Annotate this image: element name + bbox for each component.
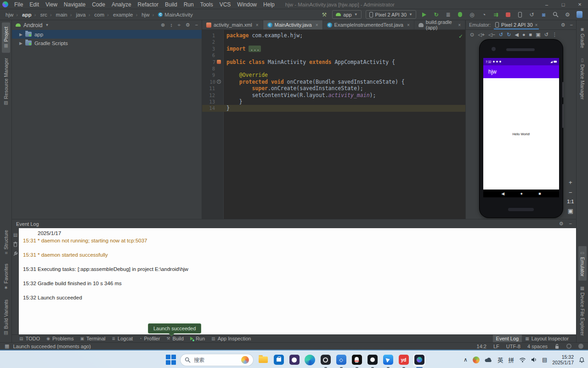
tool-window-button[interactable]: Event Log xyxy=(493,335,522,342)
tool-window-button[interactable]: Run xyxy=(187,335,208,342)
code-line[interactable]: 12 setContentView(R.layout.activity_main… xyxy=(202,92,465,98)
ime-pinyin-indicator[interactable]: 拼 xyxy=(508,356,514,364)
close-tab-icon[interactable]: × xyxy=(256,23,259,28)
clear-log-icon[interactable] xyxy=(13,242,18,247)
breadcrumb-item[interactable]: hjw xyxy=(5,12,14,17)
tray-chevron-up-icon[interactable]: ∧ xyxy=(464,356,468,363)
file-encoding[interactable]: UTF-8 xyxy=(506,344,520,349)
code-area[interactable]: 1package com.example.hjw;23import ...67p… xyxy=(202,30,465,219)
rerun-icon[interactable]: ⇉ xyxy=(492,11,500,18)
rotate-right-icon[interactable]: ↻ xyxy=(507,32,511,38)
notifications-icon[interactable] xyxy=(578,344,583,349)
overview-icon[interactable]: ■ xyxy=(529,32,532,37)
code-line[interactable]: 6 xyxy=(202,52,465,58)
qq-icon[interactable] xyxy=(351,354,363,366)
emulator-settings-icon[interactable]: ⚙ xyxy=(561,22,565,28)
volume-up-icon[interactable]: ◁+ xyxy=(478,32,485,38)
snapshots-icon[interactable]: ↺ xyxy=(544,32,548,38)
code-line[interactable]: 14} xyxy=(202,105,465,111)
breadcrumb-item[interactable]: com xyxy=(86,12,105,17)
edge-browser-icon[interactable] xyxy=(304,354,316,366)
menu-item[interactable]: Tools xyxy=(197,1,216,8)
tool-stripe-tab[interactable]: ★ Favorites xyxy=(2,259,10,294)
code-line[interactable]: 11 super.onCreate(savedInstanceState); xyxy=(202,85,465,92)
cloud-sync-icon[interactable] xyxy=(485,357,492,362)
breadcrumb-item[interactable]: main xyxy=(48,12,68,17)
microsoft-store-icon[interactable] xyxy=(272,354,285,366)
breadcrumb-item[interactable]: MainActivity xyxy=(150,12,193,17)
close-tab-icon[interactable]: × xyxy=(458,23,461,28)
log-settings-wrench-icon[interactable] xyxy=(13,251,18,256)
editor-tab[interactable]: MainActivity.java × xyxy=(263,20,323,29)
tool-window-button[interactable]: Build xyxy=(163,335,187,342)
zoom-out-button[interactable]: − xyxy=(569,189,572,196)
volume-icon[interactable] xyxy=(531,357,537,362)
expand-collapse-icon[interactable]: ↕ xyxy=(170,22,173,28)
code-line[interactable]: 13 } xyxy=(202,98,465,105)
caret-position[interactable]: 14:2 xyxy=(477,344,486,349)
editor-tab[interactable]: build.gradle (app) × xyxy=(414,20,465,29)
settings-gear-icon[interactable]: ⚙ xyxy=(564,11,571,18)
breadcrumb-item[interactable]: src xyxy=(33,12,48,17)
taskbar-clock[interactable]: 15:32 2025/1/17 xyxy=(552,354,574,365)
fit-screen-button[interactable]: ▣ xyxy=(568,207,573,214)
build-hammer-icon[interactable]: ⚒ xyxy=(320,11,328,18)
power-icon[interactable]: ⊙ xyxy=(470,32,474,38)
panel-settings-icon[interactable]: ⚙ xyxy=(186,22,190,28)
breadcrumb-item[interactable]: hjw xyxy=(134,12,150,17)
soft-wrap-icon[interactable]: ▤ xyxy=(13,232,17,237)
tool-stripe-tab[interactable]: ≡ Structure xyxy=(2,226,10,258)
search-everywhere-icon[interactable] xyxy=(552,11,560,18)
thunder-app-icon[interactable] xyxy=(382,354,394,366)
collapse-all-icon[interactable]: ÷ xyxy=(178,22,181,28)
code-line[interactable]: 3import ... xyxy=(202,46,465,52)
tool-stripe-tab[interactable]: ▭ Emulator xyxy=(578,246,587,281)
menu-item[interactable]: Refactor xyxy=(135,1,162,8)
device-select[interactable]: Pixel 2 API 30▼ xyxy=(366,10,416,19)
emulator-device-tab[interactable]: Pixel 2 API 30 × xyxy=(494,20,539,29)
breadcrumb-item[interactable]: example xyxy=(105,12,134,17)
code-line[interactable]: 1package com.example.hjw; xyxy=(202,32,465,39)
locate-file-icon[interactable]: ⊕ xyxy=(161,22,165,28)
volume-down-icon[interactable]: ◁− xyxy=(488,32,495,38)
run-configuration-select[interactable]: app▼ xyxy=(332,10,361,19)
code-line[interactable]: 10 protected void onCreate(Bundle savedI… xyxy=(202,79,465,85)
tool-stripe-tab[interactable]: ▦ Project xyxy=(2,23,10,53)
tool-window-button[interactable]: Terminal xyxy=(77,335,108,342)
menu-item[interactable]: Help xyxy=(260,1,278,8)
menu-item[interactable]: Code xyxy=(89,1,108,8)
menu-item[interactable]: Navigate xyxy=(61,1,89,8)
android-studio-taskbar-icon[interactable] xyxy=(413,354,425,366)
tool-window-button[interactable]: App Inspection xyxy=(208,335,254,342)
class-gutter-icon[interactable] xyxy=(217,60,221,64)
menu-item[interactable]: Build xyxy=(162,1,181,8)
attach-debugger-icon[interactable]: ◎ xyxy=(468,11,476,18)
security-app-icon[interactable] xyxy=(473,356,480,363)
chevron-right-icon[interactable]: ▶ xyxy=(19,32,23,37)
project-tree-row[interactable]: ▶ Gradle Scripts xyxy=(12,39,202,47)
home-icon[interactable]: ● xyxy=(522,32,526,37)
code-line[interactable]: 7public class MainActivity extends AppCo… xyxy=(202,59,465,65)
toolwindow-toggle-icon[interactable]: ▦ xyxy=(5,343,9,349)
tool-stripe-tab[interactable]: ◙ Gradle xyxy=(578,23,587,52)
tool-stripe-tab[interactable]: ▤ Build Variants xyxy=(2,295,10,340)
menu-item[interactable]: View xyxy=(42,1,61,8)
editor-tab[interactable]: activity_main.xml × xyxy=(202,20,263,29)
back-icon[interactable]: ◀ xyxy=(514,32,518,38)
wifi-icon[interactable] xyxy=(519,357,526,362)
hide-panel-icon[interactable]: − xyxy=(569,221,572,227)
run-icon[interactable] xyxy=(420,11,428,18)
nav-overview-icon[interactable]: ■ xyxy=(538,191,541,196)
sdk-manager-icon[interactable]: ◙ xyxy=(540,11,548,18)
zoom-reset-button[interactable]: 1:1 xyxy=(567,199,574,204)
project-tree-row[interactable]: ▶ app xyxy=(12,30,202,39)
youdao-dict-icon[interactable]: yd xyxy=(397,354,410,366)
breadcrumb-item[interactable]: app xyxy=(14,12,32,17)
rotate-left-icon[interactable]: ↺ xyxy=(499,32,503,38)
code-line[interactable]: 2 xyxy=(202,39,465,45)
event-log-settings-icon[interactable]: ⚙ xyxy=(559,221,564,227)
stop-icon[interactable] xyxy=(504,11,512,18)
nav-back-icon[interactable]: ◀ xyxy=(501,191,504,196)
indent-setting[interactable]: 4 spaces xyxy=(527,344,548,349)
apply-changes-icon[interactable]: ↻ xyxy=(432,11,440,18)
